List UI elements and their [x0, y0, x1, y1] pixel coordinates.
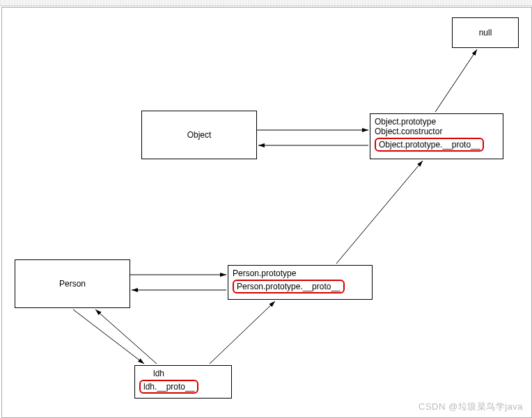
svg-line-7 [95, 310, 157, 364]
node-person-label: Person [59, 279, 86, 289]
svg-line-5 [336, 161, 423, 264]
node-null-label: null [479, 28, 492, 38]
ldh-line1: ldh [139, 369, 227, 378]
node-null: null [452, 17, 519, 48]
diagram-canvas: null Object Object.prototype Object.cons… [1, 7, 532, 418]
svg-line-8 [210, 301, 275, 364]
object-prototype-line1: Object.prototype [375, 117, 499, 127]
person-prototype-line1: Person.prototype [233, 268, 368, 278]
person-prototype-proto-highlight: Person.prototype.__proto__ [233, 280, 345, 294]
svg-line-2 [435, 49, 477, 112]
node-person: Person [15, 259, 130, 308]
app-toolbar [0, 0, 532, 6]
watermark: CSDN @垃圾菜鸟学java [418, 401, 523, 413]
svg-line-6 [73, 310, 144, 364]
ldh-proto-highlight: ldh.__proto__ [139, 380, 198, 394]
object-prototype-line2: Object.constructor [375, 127, 499, 136]
node-person-prototype: Person.prototype Person.prototype.__prot… [228, 265, 373, 300]
node-ldh: ldh ldh.__proto__ [134, 365, 232, 399]
node-object-label: Object [187, 130, 212, 140]
node-object: Object [141, 111, 257, 159]
node-object-prototype: Object.prototype Object.constructor Obje… [370, 113, 503, 159]
diagram-arrows [2, 8, 531, 417]
object-prototype-proto-highlight: Object.prototype.__proto__ [375, 138, 484, 152]
